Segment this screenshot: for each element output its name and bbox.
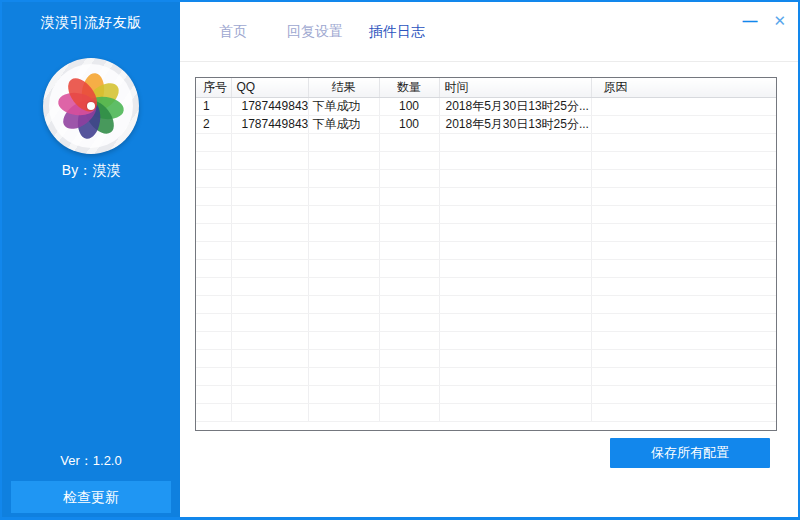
main-area: 首页 回复设置 插件日志 — ✕ 序号 QQ 结果 — [180, 2, 798, 517]
table-empty-row — [196, 403, 776, 421]
table-empty-row — [196, 205, 776, 223]
table-empty-row — [196, 331, 776, 349]
close-icon[interactable]: ✕ — [773, 13, 786, 28]
sidebar: 漠漠引流好友版 By：漠漠 Ver：1.2.0 检查更新 — [2, 2, 180, 517]
flower-center-dot — [87, 102, 95, 110]
tab-reply-settings[interactable]: 回复设置 — [274, 23, 356, 41]
cell-time: 2018年5月30日13时25分... — [439, 115, 591, 133]
cell-quantity: 100 — [379, 115, 439, 133]
column-header-time[interactable]: 时间 — [439, 78, 591, 97]
author-label: By：漠漠 — [2, 162, 180, 180]
table-empty-row — [196, 187, 776, 205]
column-header-qq[interactable]: QQ — [231, 78, 308, 97]
cell-qq: 1787449843 — [231, 115, 308, 133]
cell-quantity: 100 — [379, 97, 439, 115]
table-header-row: 序号 QQ 结果 数量 时间 原因 — [196, 78, 776, 97]
table-empty-row — [196, 367, 776, 385]
table-row[interactable]: 1 1787449843 下单成功 100 2018年5月30日13时25分..… — [196, 97, 776, 115]
cell-index: 1 — [196, 97, 231, 115]
tab-plugin-log[interactable]: 插件日志 — [356, 23, 438, 41]
minimize-icon[interactable]: — — [742, 13, 757, 28]
table-empty-row — [196, 223, 776, 241]
table-empty-row — [196, 349, 776, 367]
table-empty-row — [196, 295, 776, 313]
save-all-config-button[interactable]: 保存所有配置 — [610, 438, 770, 468]
log-table-container: 序号 QQ 结果 数量 时间 原因 1 1787449843 下单成功 100 — [195, 77, 777, 431]
column-header-result[interactable]: 结果 — [308, 78, 379, 97]
column-header-index[interactable]: 序号 — [196, 78, 231, 97]
cell-reason — [591, 97, 776, 115]
app-title: 漠漠引流好友版 — [2, 14, 180, 32]
table-empty-row — [196, 133, 776, 151]
cell-result: 下单成功 — [308, 115, 379, 133]
table-row[interactable]: 2 1787449843 下单成功 100 2018年5月30日13时25分..… — [196, 115, 776, 133]
table-empty-row — [196, 241, 776, 259]
table-empty-row — [196, 259, 776, 277]
table-empty-row — [196, 151, 776, 169]
table-empty-row — [196, 277, 776, 295]
window-controls: — ✕ — [742, 2, 786, 38]
cell-result: 下单成功 — [308, 97, 379, 115]
log-table: 序号 QQ 结果 数量 时间 原因 1 1787449843 下单成功 100 — [196, 78, 776, 422]
table-empty-row — [196, 313, 776, 331]
tab-bar: 首页 回复设置 插件日志 — [180, 2, 798, 62]
app-window: 漠漠引流好友版 By：漠漠 Ver：1.2.0 检查更新 首页 回复设置 — [0, 0, 800, 520]
app-logo — [43, 58, 139, 154]
table-body: 1 1787449843 下单成功 100 2018年5月30日13时25分..… — [196, 97, 776, 421]
cell-time: 2018年5月30日13时25分... — [439, 97, 591, 115]
cell-reason — [591, 115, 776, 133]
column-header-reason[interactable]: 原因 — [591, 78, 776, 97]
column-header-quantity[interactable]: 数量 — [379, 78, 439, 97]
cell-index: 2 — [196, 115, 231, 133]
table-empty-row — [196, 169, 776, 187]
check-update-button[interactable]: 检查更新 — [11, 481, 171, 513]
table-empty-row — [196, 385, 776, 403]
tab-plugin-log-label: 插件日志 — [369, 23, 425, 39]
tab-home[interactable]: 首页 — [192, 23, 274, 41]
cell-qq: 1787449843 — [231, 97, 308, 115]
version-label: Ver：1.2.0 — [2, 452, 180, 470]
